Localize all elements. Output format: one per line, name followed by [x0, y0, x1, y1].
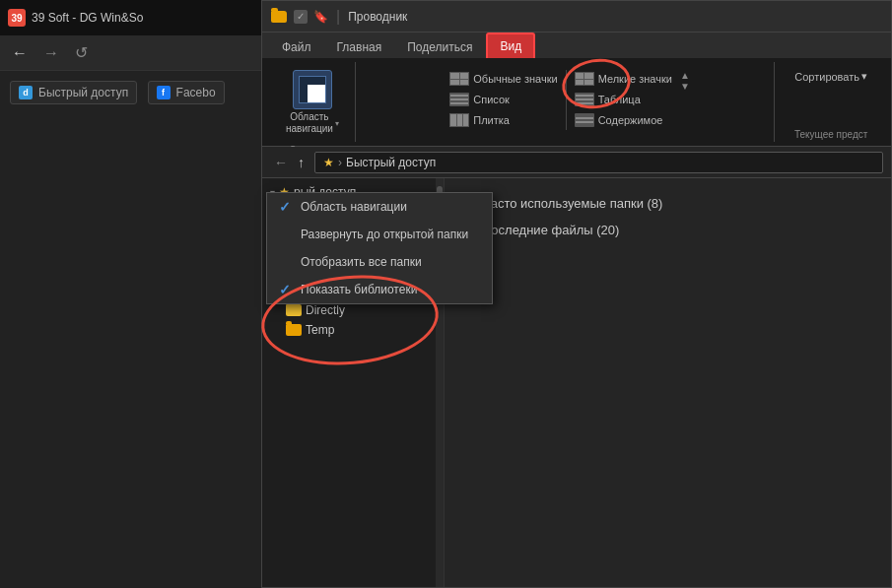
content-icon-shape	[575, 113, 594, 127]
recent-files-section[interactable]: › Последние файлы (20)	[464, 217, 871, 243]
browser-title-bar: 39 39 Soft - DG Win&So	[0, 0, 265, 35]
nav-pane-white-area	[308, 85, 325, 102]
ribbon-nav-pane-items: Областьнавигации ▾	[278, 62, 347, 143]
frequently-used-section[interactable]: › Часто используемые папки (8)	[464, 190, 871, 217]
tile-icon-shape	[449, 113, 469, 127]
ribbon-tabs-bar: Файл Главная Поделиться Вид	[262, 33, 891, 58]
normal-icons-icon	[449, 72, 469, 86]
nav-pane-icon	[293, 70, 332, 109]
context-item-nav-panel-label: Область навигации	[301, 200, 407, 214]
ribbon-tab-share[interactable]: Поделиться	[395, 36, 484, 58]
ribbon-scroll-arrows: ▲ ▼	[680, 66, 690, 96]
nav-item-temp[interactable]: Temp	[262, 320, 436, 340]
title-check-icon[interactable]: ✓	[294, 10, 308, 24]
browser-nav-bar: ← → ↺	[0, 35, 265, 71]
content-panel: › Часто используемые папки (8) › Последн…	[445, 178, 891, 587]
folder-icon	[271, 11, 287, 23]
context-item-all-folders-label: Отобразить все папки	[301, 255, 422, 269]
context-check-expand: ✓	[279, 227, 293, 242]
ribbon-section-labels-row	[368, 138, 766, 142]
ribbon-btn-small-icons[interactable]: Мелкие значки	[569, 70, 678, 88]
ribbon-tab-view[interactable]: Вид	[486, 33, 535, 58]
context-menu: ✓ Область навигации ✓ Развернуть до откр…	[266, 192, 493, 304]
list-label: Список	[473, 94, 510, 105]
table-icon-shape	[575, 93, 594, 106]
tile-icon	[449, 113, 469, 127]
ribbon-btn-list[interactable]: Список	[444, 91, 563, 108]
ribbon-layout-items: Обычные значки Список	[444, 62, 690, 138]
nav-pane-inner	[299, 76, 326, 103]
recent-files-label: Последние файлы (20)	[482, 223, 619, 237]
browser-tab-directly[interactable]: d Быстрый доступ	[10, 81, 137, 104]
table-icon	[575, 93, 594, 106]
quick-access-star: ★	[323, 156, 334, 169]
ribbon-content: Областьнавигации ▾ Структура	[262, 58, 891, 147]
table-label: Таблица	[598, 94, 641, 105]
browser-refresh-btn[interactable]: ↺	[71, 41, 92, 64]
directly-tab-icon: d	[19, 86, 33, 99]
context-item-show-libraries-label: Показать библиотеки	[301, 283, 417, 296]
ribbon-group-layout: Обычные значки Список	[360, 62, 775, 142]
context-item-expand[interactable]: ✓ Развернуть до открытой папки	[267, 221, 492, 248]
nav-pane-label-row: Областьнавигации ▾	[286, 111, 339, 135]
browser-forward-btn[interactable]: →	[39, 42, 63, 64]
ribbon-btn-normal-icons[interactable]: Обычные значки	[444, 70, 563, 88]
browser-favicon: 39	[8, 9, 26, 27]
normal-icons-label: Обычные значки	[473, 73, 557, 85]
ribbon-scroll-up[interactable]: ▲	[680, 70, 690, 81]
browser-tab-facebook[interactable]: f Facebo	[148, 81, 225, 104]
ribbon-btn-table[interactable]: Таблица	[569, 91, 678, 108]
list-icon-shape	[449, 93, 469, 106]
icon-grid	[449, 72, 469, 86]
ribbon-scroll-down[interactable]: ▼	[680, 81, 690, 92]
title-bookmark-icon[interactable]: 🔖	[313, 10, 328, 24]
explorer-title-bar: ✓ 🔖 | Проводник	[262, 1, 891, 33]
path-text: Быстрый доступ	[346, 156, 436, 169]
ribbon-btn-content[interactable]: Содержимое	[569, 111, 678, 129]
browser-tabs-area: d Быстрый доступ f Facebo	[0, 71, 265, 122]
nav-pane-label: Областьнавигации	[286, 111, 333, 135]
context-item-nav-panel[interactable]: ✓ Область навигации	[267, 193, 492, 221]
browser-window: 39 39 Soft - DG Win&So ← → ↺ d Быстрый д…	[0, 0, 266, 588]
context-item-all-folders[interactable]: ✓ Отобразить все папки	[267, 248, 492, 276]
ribbon-tab-file[interactable]: Файл	[270, 36, 323, 58]
directly-tab-label: Быстрый доступ	[38, 86, 128, 99]
context-item-expand-label: Развернуть до открытой папки	[301, 228, 468, 241]
tile-label: Плитка	[473, 114, 510, 126]
nav-pane-dropdown-arrow[interactable]: ▾	[335, 119, 339, 128]
back-arrow[interactable]: ←	[270, 153, 292, 172]
directly-folder-icon	[286, 304, 302, 316]
forward-arrow[interactable]: ↑	[294, 153, 309, 172]
context-check-nav-panel: ✓	[279, 199, 293, 215]
address-bar-row: ← ↑ ★ › Быстрый доступ	[262, 147, 891, 178]
current-view-label: Текущее предст	[794, 127, 867, 142]
facebook-tab-icon: f	[157, 86, 171, 99]
small-icons-icon	[575, 72, 594, 86]
ribbon-group-current-view: Сортировать ▾ Текущее предст	[779, 62, 883, 142]
sort-button[interactable]: Сортировать ▾	[787, 66, 875, 87]
browser-back-btn[interactable]: ←	[8, 42, 32, 64]
small-icons-label: Мелкие значки	[598, 73, 672, 85]
browser-title: 39 Soft - DG Win&So	[32, 11, 143, 25]
list-icon	[449, 93, 469, 106]
path-separator: ›	[338, 156, 342, 169]
address-path-bar[interactable]: ★ › Быстрый доступ	[314, 152, 883, 173]
directly-nav-label: Directly	[306, 303, 345, 317]
context-item-show-libraries[interactable]: ✓ Показать библиотеки	[267, 276, 492, 303]
ribbon-btn-tile[interactable]: Плитка	[444, 111, 563, 129]
sort-dropdown-arrow: ▾	[861, 70, 867, 83]
frequently-used-label: Часто используемые папки (8)	[482, 196, 662, 211]
title-folder-icon	[270, 10, 288, 24]
temp-label: Temp	[306, 323, 334, 337]
ribbon-tab-home[interactable]: Главная	[325, 36, 394, 58]
ribbon-divider	[566, 70, 567, 130]
temp-folder-icon	[286, 324, 302, 336]
context-check-all-folders: ✓	[279, 254, 293, 270]
nav-arrows-group: ← ↑	[270, 153, 309, 172]
nav-pane-button[interactable]: Областьнавигации ▾	[278, 66, 347, 139]
content-icon	[575, 113, 594, 127]
ribbon-layout-col-right: Мелкие значки Таблица	[569, 66, 678, 133]
ribbon-group-nav-pane: Областьнавигации ▾ Структура	[270, 62, 356, 142]
ribbon-layout-col-left: Обычные значки Список	[444, 66, 563, 133]
content-label: Содержимое	[598, 114, 663, 126]
